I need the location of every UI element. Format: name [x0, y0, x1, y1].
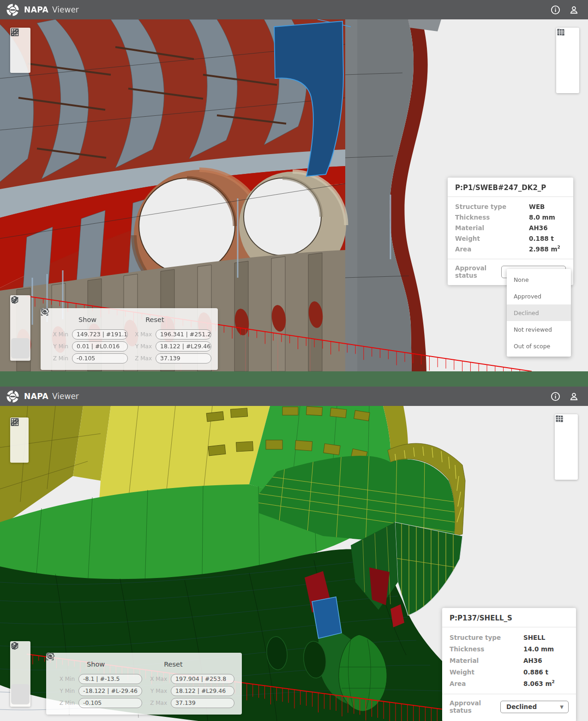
- napa-viewer-stacked-screens: NAPA Viewer: [0, 0, 588, 721]
- dropdown-option[interactable]: Out of scope: [507, 338, 571, 354]
- prop-value: SHELL: [523, 634, 545, 641]
- user-button[interactable]: [566, 2, 582, 18]
- x-max-field[interactable]: 196.341 | #251.2: [156, 329, 211, 340]
- info-icon: [551, 392, 560, 401]
- show-button[interactable]: Show: [78, 316, 96, 323]
- app-header-2: NAPA Viewer: [0, 387, 588, 406]
- prop-value: WEB: [529, 203, 545, 210]
- comments-button[interactable]: [557, 437, 576, 457]
- reset-label: Reset: [164, 661, 183, 668]
- x-min-label: X Min: [51, 676, 75, 682]
- prop-value: 8.063 m2: [523, 679, 555, 687]
- prop-label: Area: [455, 245, 529, 253]
- show-button[interactable]: Show: [87, 661, 105, 668]
- x-max-label: X Max: [128, 331, 152, 338]
- prop-value: 0.188 t: [529, 235, 554, 242]
- reset-clip-icon: [41, 308, 48, 316]
- prop-label: Area: [450, 680, 523, 687]
- dropdown-option[interactable]: Not reviewed: [507, 321, 571, 338]
- prop-value: 0.886 t: [523, 668, 548, 676]
- clip-coordinates-panel-2: Show Reset X Min -8.1 | #-13.5 X Max: [46, 653, 242, 715]
- approval-dropdown: None Approved Declined Not reviewed Out …: [507, 269, 571, 357]
- brand-app: Viewer: [52, 392, 79, 401]
- info-icon: [551, 5, 560, 15]
- x-max-label: X Max: [142, 676, 167, 682]
- properties-panel-2: P:P137/SHELL_S Structure typeSHELL Thick…: [442, 608, 576, 721]
- z-max-field[interactable]: 37.139: [171, 698, 234, 708]
- z-min-label: Z Min: [51, 700, 75, 706]
- y-min-label: Y Min: [51, 688, 75, 694]
- napa-logo-icon: [6, 4, 19, 16]
- solid-view-button[interactable]: [11, 338, 30, 358]
- dropdown-option[interactable]: None: [507, 271, 571, 288]
- measure-tool-button[interactable]: [10, 440, 29, 460]
- toolbar-edit-left-1: [10, 295, 30, 361]
- x-max-field[interactable]: 197.904 | #253.8: [171, 674, 234, 684]
- prop-value: 14.0 mm: [523, 645, 554, 653]
- snap-tool-button[interactable]: [11, 318, 30, 338]
- x-min-field[interactable]: 149.723 | #191.15: [72, 329, 128, 340]
- napa-logo-icon: [6, 390, 19, 403]
- clip-coordinates-panel-1: Show Reset X Min 149.723 | #191.15 X Max: [41, 308, 218, 370]
- reset-button[interactable]: Reset: [145, 316, 164, 323]
- brand-name: NAPA: [24, 392, 48, 401]
- z-min-label: Z Min: [45, 355, 68, 362]
- prop-label: Structure type: [450, 634, 523, 641]
- y-max-label: Y Max: [142, 688, 167, 694]
- brand-app: Viewer: [52, 5, 79, 14]
- app-brand: NAPA Viewer: [6, 4, 79, 16]
- show-label: Show: [78, 316, 96, 323]
- approval-status-label: Approval status: [455, 264, 501, 279]
- measure-tool-button[interactable]: [11, 50, 30, 71]
- y-max-field[interactable]: 18.122 | #L29.46: [156, 341, 211, 352]
- z-min-field[interactable]: -0.105: [78, 698, 142, 708]
- table-icon: [555, 414, 564, 423]
- ruler-icon: [10, 417, 19, 427]
- prop-label: Weight: [450, 668, 523, 676]
- y-min-field[interactable]: 0.01 | #L0.016: [72, 341, 128, 352]
- y-min-field[interactable]: -18.122 | #L-29.46: [78, 686, 142, 696]
- data-table-button[interactable]: [557, 457, 576, 477]
- reset-button[interactable]: Reset: [164, 661, 183, 668]
- data-table-button[interactable]: [558, 71, 577, 91]
- prop-label: Thickness: [455, 214, 529, 221]
- z-max-field[interactable]: 37.139: [156, 353, 211, 363]
- snap-tool-button[interactable]: [11, 664, 30, 684]
- reset-label: Reset: [145, 316, 164, 323]
- x-min-field[interactable]: -8.1 | #-13.5: [78, 674, 142, 684]
- user-button[interactable]: [566, 388, 582, 404]
- cube-icon: [10, 295, 19, 304]
- cube-icon: [10, 641, 19, 650]
- dropdown-option[interactable]: Declined: [507, 304, 571, 321]
- x-min-label: X Min: [45, 331, 68, 338]
- approval-status-select[interactable]: Declined ▼: [500, 701, 569, 713]
- brand-name: NAPA: [24, 5, 48, 14]
- y-min-label: Y Min: [45, 343, 68, 350]
- user-icon: [569, 392, 579, 401]
- prop-label: Structure type: [455, 203, 529, 210]
- z-max-label: Z Max: [142, 700, 167, 706]
- solid-view-button[interactable]: [11, 684, 30, 704]
- prop-value: 2.988 m2: [529, 245, 560, 253]
- comments-button[interactable]: [558, 50, 577, 71]
- dropdown-option[interactable]: Approved: [507, 288, 571, 304]
- prop-label: Material: [450, 657, 523, 664]
- show-label: Show: [87, 661, 105, 668]
- info-button[interactable]: [547, 388, 563, 404]
- viewport-3d-hull[interactable]: Show Reset X Min -8.1 | #-13.5 X Max: [0, 406, 588, 721]
- ruler-icon: [10, 28, 19, 37]
- info-button[interactable]: [547, 2, 563, 18]
- toolbar-view-left-1: [10, 28, 30, 73]
- toolbar-edit-left-2: [10, 641, 30, 707]
- reset-clip-icon: [46, 653, 54, 661]
- prop-value: 8.0 mm: [529, 214, 555, 221]
- y-max-field[interactable]: 18.122 | #L29.46: [171, 686, 234, 696]
- z-min-field[interactable]: -0.105: [72, 353, 128, 363]
- toolbar-view-left-2: [10, 417, 29, 463]
- table-icon: [556, 28, 565, 37]
- prop-label: Weight: [455, 235, 529, 242]
- app-brand: NAPA Viewer: [6, 390, 79, 403]
- user-icon: [569, 5, 579, 15]
- viewport-3d-structure[interactable]: Show Reset X Min 149.723 | #191.15 X Max: [0, 19, 588, 371]
- prop-value: AH36: [529, 224, 548, 232]
